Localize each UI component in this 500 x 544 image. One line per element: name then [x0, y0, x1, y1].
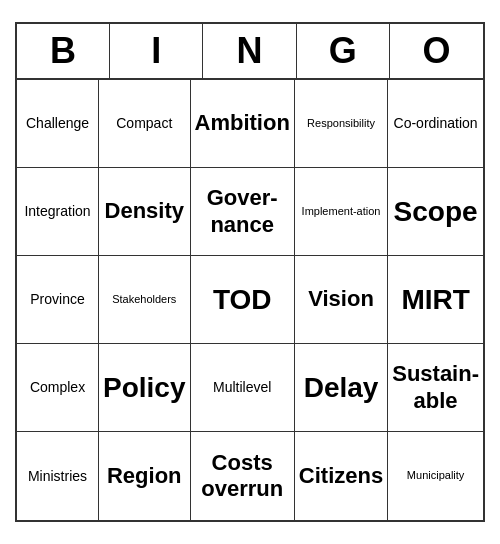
bingo-cell: Vision: [295, 256, 388, 344]
header-letter: N: [203, 24, 296, 78]
bingo-cell: Region: [99, 432, 190, 520]
bingo-cell: Challenge: [17, 80, 99, 168]
bingo-cell: Municipality: [388, 432, 483, 520]
header-letter: O: [390, 24, 483, 78]
bingo-cell: Citizens: [295, 432, 388, 520]
cell-text: Responsibility: [307, 117, 375, 130]
bingo-cell: Costs overrun: [191, 432, 295, 520]
cell-text: MIRT: [401, 283, 469, 317]
cell-text: Citizens: [299, 463, 383, 489]
cell-text: Municipality: [407, 469, 464, 482]
cell-text: Challenge: [26, 115, 89, 132]
bingo-header: BINGO: [17, 24, 483, 80]
bingo-cell: Multilevel: [191, 344, 295, 432]
header-letter: B: [17, 24, 110, 78]
cell-text: Scope: [394, 195, 478, 229]
cell-text: Density: [105, 198, 184, 224]
cell-text: Multilevel: [213, 379, 271, 396]
cell-text: Policy: [103, 371, 185, 405]
cell-text: Compact: [116, 115, 172, 132]
cell-text: Ambition: [195, 110, 290, 136]
cell-text: Province: [30, 291, 84, 308]
bingo-cell: Responsibility: [295, 80, 388, 168]
bingo-cell: Gover-nance: [191, 168, 295, 256]
cell-text: Integration: [24, 203, 90, 220]
bingo-cell: MIRT: [388, 256, 483, 344]
bingo-cell: Policy: [99, 344, 190, 432]
bingo-card: BINGO ChallengeCompactAmbitionResponsibi…: [15, 22, 485, 522]
cell-text: Stakeholders: [112, 293, 176, 306]
cell-text: Complex: [30, 379, 85, 396]
cell-text: Ministries: [28, 468, 87, 485]
cell-text: Gover-nance: [195, 185, 290, 238]
bingo-cell: Stakeholders: [99, 256, 190, 344]
cell-text: Implement-ation: [302, 205, 381, 218]
bingo-cell: Density: [99, 168, 190, 256]
cell-text: Delay: [304, 371, 379, 405]
bingo-cell: Integration: [17, 168, 99, 256]
bingo-grid: ChallengeCompactAmbitionResponsibilityCo…: [17, 80, 483, 520]
header-letter: I: [110, 24, 203, 78]
bingo-cell: Delay: [295, 344, 388, 432]
header-letter: G: [297, 24, 390, 78]
bingo-cell: Implement-ation: [295, 168, 388, 256]
cell-text: Sustain-able: [392, 361, 479, 414]
bingo-cell: Province: [17, 256, 99, 344]
bingo-cell: Sustain-able: [388, 344, 483, 432]
bingo-cell: Compact: [99, 80, 190, 168]
cell-text: Co-ordination: [394, 115, 478, 132]
bingo-cell: Ministries: [17, 432, 99, 520]
cell-text: Costs overrun: [195, 450, 290, 503]
bingo-cell: Complex: [17, 344, 99, 432]
cell-text: TOD: [213, 283, 272, 317]
bingo-cell: Co-ordination: [388, 80, 483, 168]
bingo-cell: TOD: [191, 256, 295, 344]
bingo-cell: Scope: [388, 168, 483, 256]
bingo-cell: Ambition: [191, 80, 295, 168]
cell-text: Region: [107, 463, 182, 489]
cell-text: Vision: [308, 286, 374, 312]
